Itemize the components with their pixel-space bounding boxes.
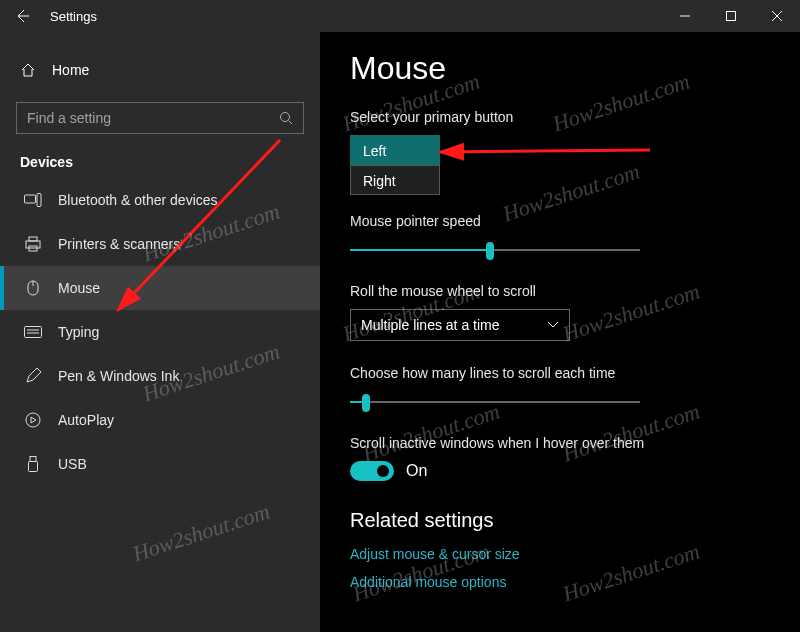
dropdown-option-right[interactable]: Right [350, 165, 440, 195]
search-box[interactable] [16, 102, 304, 134]
sidebar-item-label: Bluetooth & other devices [58, 192, 218, 208]
sidebar-item-typing[interactable]: Typing [0, 310, 320, 354]
home-icon [20, 62, 36, 78]
inactive-windows-toggle[interactable] [350, 461, 394, 481]
sidebar-item-pen[interactable]: Pen & Windows Ink [0, 354, 320, 398]
sidebar-item-label: USB [58, 456, 87, 472]
printer-icon [24, 235, 42, 253]
window-title: Settings [44, 9, 97, 24]
dropdown-option-left[interactable]: Left [350, 135, 440, 165]
sidebar-item-bluetooth[interactable]: Bluetooth & other devices [0, 178, 320, 222]
keyboard-icon [24, 323, 42, 341]
sidebar: Home Devices Bluetooth & other devices P… [0, 32, 320, 632]
related-settings-heading: Related settings [350, 509, 770, 532]
sidebar-item-printers[interactable]: Printers & scanners [0, 222, 320, 266]
svg-rect-6 [25, 195, 36, 203]
svg-rect-9 [26, 241, 40, 248]
svg-rect-8 [29, 237, 37, 241]
sidebar-item-label: AutoPlay [58, 412, 114, 428]
link-adjust-cursor[interactable]: Adjust mouse & cursor size [350, 546, 770, 562]
svg-rect-17 [30, 457, 36, 462]
wheel-scroll-value: Multiple lines at a time [361, 317, 500, 333]
category-heading: Devices [0, 154, 320, 178]
sidebar-item-autoplay[interactable]: AutoPlay [0, 398, 320, 442]
svg-rect-1 [727, 12, 736, 21]
main-panel: Mouse Select your primary button Left Ri… [320, 32, 800, 632]
inactive-windows-label: Scroll inactive windows when I hover ove… [350, 435, 770, 451]
wheel-scroll-label: Roll the mouse wheel to scroll [350, 283, 770, 299]
sidebar-item-mouse[interactable]: Mouse [0, 266, 320, 310]
svg-point-16 [26, 413, 40, 427]
sidebar-item-label: Printers & scanners [58, 236, 180, 252]
primary-button-dropdown[interactable]: Left Right [350, 135, 440, 195]
pen-icon [24, 367, 42, 385]
toggle-state: On [406, 462, 427, 480]
search-input[interactable] [27, 110, 279, 126]
minimize-button[interactable] [662, 0, 708, 32]
link-additional-options[interactable]: Additional mouse options [350, 574, 770, 590]
autoplay-icon [24, 411, 42, 429]
close-button[interactable] [754, 0, 800, 32]
lines-scroll-slider[interactable] [350, 391, 640, 413]
svg-rect-18 [29, 462, 38, 472]
back-button[interactable] [0, 0, 44, 32]
lines-scroll-label: Choose how many lines to scroll each tim… [350, 365, 770, 381]
mouse-icon [24, 279, 42, 297]
svg-line-5 [289, 121, 293, 125]
svg-rect-7 [37, 194, 41, 207]
search-icon [279, 111, 293, 125]
page-title: Mouse [350, 50, 770, 87]
wheel-scroll-dropdown[interactable]: Multiple lines at a time [350, 309, 570, 341]
pointer-speed-label: Mouse pointer speed [350, 213, 770, 229]
sidebar-item-usb[interactable]: USB [0, 442, 320, 486]
primary-button-label: Select your primary button [350, 109, 770, 125]
sidebar-item-label: Typing [58, 324, 99, 340]
home-nav[interactable]: Home [0, 52, 320, 88]
pointer-speed-slider[interactable] [350, 239, 640, 261]
svg-point-4 [281, 113, 290, 122]
devices-icon [24, 191, 42, 209]
usb-icon [24, 455, 42, 473]
sidebar-item-label: Pen & Windows Ink [58, 368, 179, 384]
maximize-button[interactable] [708, 0, 754, 32]
chevron-down-icon [547, 321, 559, 329]
sidebar-item-label: Mouse [58, 280, 100, 296]
home-label: Home [52, 62, 89, 78]
svg-rect-13 [25, 327, 42, 338]
